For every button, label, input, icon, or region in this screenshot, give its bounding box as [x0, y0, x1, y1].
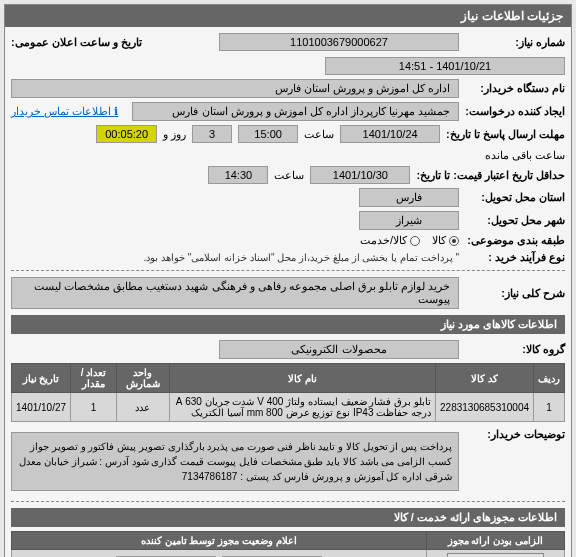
validity-label: حداقل تاریخ اعتبار قیمت: تا تاریخ: [416, 169, 565, 182]
requester-label: ایجاد کننده درخواست: [465, 105, 565, 118]
items-header: اطلاعات کالاهای مورد نیاز [11, 315, 565, 334]
info-icon: ℹ [114, 105, 118, 117]
province-label: استان محل تحویل: [465, 191, 565, 204]
radio-service[interactable]: کالا/خدمت [360, 234, 420, 247]
license-th1: الزامی بودن ارائه مجوز [426, 532, 564, 550]
buyer-name: اداره کل اموزش و پرورش استان فارس [11, 79, 459, 98]
radio-goods[interactable]: کالا [432, 234, 459, 247]
category-label: طبقه بندی موضوعی: [465, 234, 565, 247]
radio-dot-icon [449, 236, 459, 246]
process-label: نوع فرآیند خرید : [465, 251, 565, 264]
license-table: الزامی بودن ارائه مجوز اعلام وضعیت مجوز … [11, 531, 565, 557]
th-name: نام کالا [170, 364, 436, 393]
time-label-1: ساعت [304, 128, 334, 141]
days-count: 3 [192, 125, 232, 143]
validity-time: 14:30 [208, 166, 268, 184]
contact-link[interactable]: ℹ اطلاعات تماس خریدار [11, 105, 118, 118]
need-desc-header: شرح کلی نیاز: [465, 287, 565, 300]
need-number: 1101003679000627 [219, 33, 459, 51]
th-date: تاریخ نیاز [12, 364, 71, 393]
process-note: " پرداخت تمام یا بخشی از مبلغ خرید،از مح… [143, 252, 459, 263]
group-label: گروه کالا: [465, 343, 565, 356]
cell-name: تابلو برق فشار ضعیف ایستاده ولتاژ V 400 … [170, 393, 436, 422]
province-value: فارس [359, 188, 459, 207]
group-value: محصولات الکترونیکی [219, 340, 459, 359]
need-desc-text: خرید لوازم تابلو برق اصلی مجموعه رفاهی و… [11, 277, 459, 309]
view-license-button[interactable]: مشاهده مجوز [447, 553, 545, 557]
license-header: اطلاعات مجوزهای ارائه خدمت / کالا [11, 508, 565, 527]
validity-date: 1401/10/30 [310, 166, 410, 184]
city-value: شیراز [359, 211, 459, 230]
deadline-label: مهلت ارسال پاسخ تا تاریخ: [446, 128, 565, 141]
time-label-2: ساعت [274, 169, 304, 182]
items-table: ردیف کد کالا نام کالا واحد شمارش تعداد /… [11, 363, 565, 422]
public-datetime: 1401/10/21 - 14:51 [325, 57, 565, 75]
cell-row: 1 [534, 393, 565, 422]
cell-qty: 1 [71, 393, 117, 422]
buyer-label: نام دستگاه خریدار: [465, 82, 565, 95]
table-row[interactable]: 1 2283130685310004 تابلو برق فشار ضعیف ا… [12, 393, 565, 422]
th-row: ردیف [534, 364, 565, 393]
license-th2: اعلام وضعیت مجوز توسط تامین کننده [12, 532, 427, 550]
remaining-label: ساعت باقی مانده [485, 149, 565, 162]
need-number-label: شماره نیاز: [465, 36, 565, 49]
days-label: روز و [163, 128, 186, 141]
cell-code: 2283130685310004 [436, 393, 534, 422]
cell-date: 1401/10/27 [12, 393, 71, 422]
th-code: کد کالا [436, 364, 534, 393]
th-qty: تعداد / مقدار [71, 364, 117, 393]
license-row: مشاهده مجوز -- ▼ -- ▼ [12, 550, 565, 558]
deadline-time: 15:00 [238, 125, 298, 143]
radio-dot-icon [410, 236, 420, 246]
cell-unit: عدد [116, 393, 169, 422]
buyer-notes-label: توضیحات خریدار: [465, 428, 565, 441]
city-label: شهر محل تحویل: [465, 214, 565, 227]
countdown-timer: 00:05:20 [96, 125, 157, 143]
panel-title: جزئیات اطلاعات نیاز [5, 5, 571, 27]
requester-name: جمشید مهرنیا کارپرداز اداره کل اموزش و پ… [132, 102, 459, 121]
buyer-notes-text: پرداخت پس از تحویل کالا و تایید ناظر فنی… [11, 432, 459, 491]
deadline-date: 1401/10/24 [340, 125, 440, 143]
public-datetime-label: تاریخ و ساعت اعلان عمومی: [11, 36, 142, 49]
th-unit: واحد شمارش [116, 364, 169, 393]
